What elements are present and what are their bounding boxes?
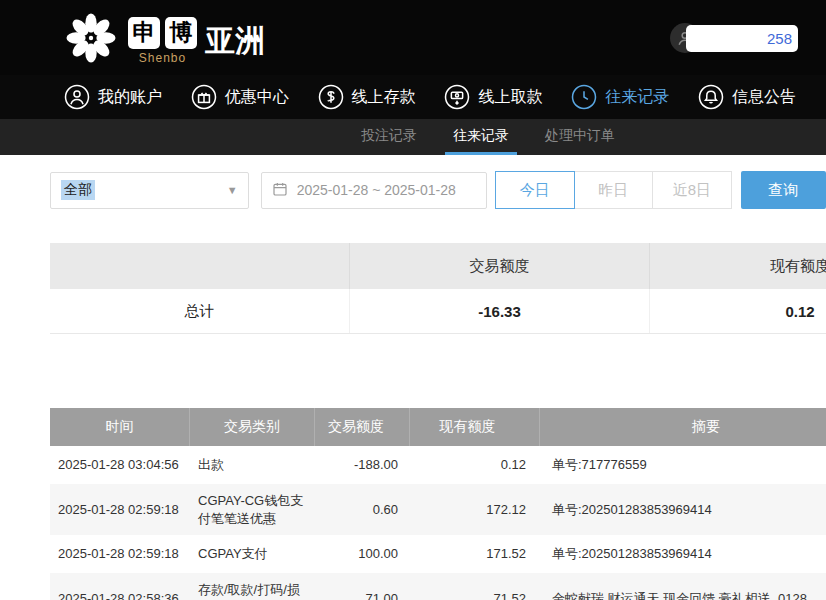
nav-label: 我的账户 [98, 87, 162, 108]
nav-item-my-account[interactable]: 我的账户 [64, 84, 162, 110]
table-row: 2025-01-28 02:59:18 CGPAY支付 100.00 171.5… [50, 535, 826, 573]
nav-item-promotions[interactable]: 优惠中心 [191, 84, 289, 110]
col-header-amount: 交易额度 [315, 408, 410, 446]
nav-label: 往来记录 [605, 87, 669, 108]
cell-type: 存款/取款/打码/损益 [190, 573, 315, 600]
records-icon [571, 84, 597, 110]
cell-amount: -188.00 [315, 446, 410, 484]
cell-balance: 71.52 [410, 573, 540, 600]
search-button[interactable]: 查询 [741, 171, 826, 209]
cell-amount: 71.00 [315, 573, 410, 600]
user-icon [64, 84, 90, 110]
nav-item-transaction-records[interactable]: 往来记录 [571, 84, 669, 110]
main-nav: 我的账户 优惠中心 线上存款 线上取款 往来记录 [0, 75, 826, 119]
summary-total-balance: 0.12 [650, 289, 826, 333]
bell-icon [698, 84, 724, 110]
nav-label: 优惠中心 [225, 87, 289, 108]
tab-transaction-records[interactable]: 往来记录 [445, 119, 517, 155]
flower-logo-icon [62, 9, 120, 67]
table-header-row: 时间 交易类别 交易额度 现有额度 摘要 [50, 408, 826, 446]
brand-char-bo: 博 [165, 17, 197, 49]
cell-summary: 金蛇献瑞 财运通天 现金回馈 豪礼相送_0128 [540, 573, 826, 600]
nav-label: 线上取款 [478, 87, 542, 108]
nav-item-online-deposit[interactable]: 线上存款 [318, 84, 416, 110]
cell-type: CGPAY-CG钱包支付笔笔送优惠 [190, 484, 315, 535]
cell-time: 2025-01-28 02:59:18 [50, 535, 190, 573]
sub-nav: 投注记录 往来记录 处理中订单 [0, 119, 826, 155]
cell-type: CGPAY支付 [190, 535, 315, 573]
summary-total-label: 总计 [50, 289, 350, 333]
cell-time: 2025-01-28 02:59:18 [50, 484, 190, 535]
type-select[interactable]: 全部 ▼ [50, 172, 249, 209]
filter-bar: 全部 ▼ 2025-01-28 ~ 2025-01-28 今日 昨日 近8日 查… [50, 171, 826, 209]
cell-type: 出款 [190, 446, 315, 484]
deposit-icon [318, 84, 344, 110]
tab-betting-records[interactable]: 投注记录 [353, 119, 425, 155]
brand: 申 博 Shenbo 亚洲 [128, 11, 265, 65]
table-row: 2025-01-28 03:04:56 出款 -188.00 0.12 单号:7… [50, 446, 826, 484]
cell-amount: 0.60 [315, 484, 410, 535]
cell-summary: 单号:717776559 [540, 446, 826, 484]
summary-header-empty [50, 243, 350, 289]
col-header-type: 交易类别 [190, 408, 315, 446]
type-select-value: 全部 [61, 180, 95, 200]
cell-summary: 单号:202501283853969414 [540, 484, 826, 535]
user-redaction-box: 258 [686, 25, 798, 52]
top-header: 申 博 Shenbo 亚洲 258 [0, 0, 826, 75]
cell-summary: 单号:202501283853969414 [540, 535, 826, 573]
chevron-down-icon: ▼ [227, 184, 238, 196]
nav-item-online-withdrawal[interactable]: 线上取款 [444, 84, 542, 110]
summary-header-amount: 交易额度 [350, 243, 650, 289]
summary-table: 交易额度 现有额度 总计 -16.33 0.12 [50, 243, 826, 334]
user-account-area[interactable]: 258 [670, 23, 798, 53]
gift-icon [191, 84, 217, 110]
summary-total-amount: -16.33 [350, 289, 650, 333]
date-range-value: 2025-01-28 ~ 2025-01-28 [297, 182, 456, 198]
summary-header-row: 交易额度 现有额度 [50, 243, 826, 289]
nav-label: 信息公告 [732, 87, 796, 108]
table-row: 2025-01-28 02:58:36 存款/取款/打码/损益 71.00 71… [50, 573, 826, 600]
cell-balance: 171.52 [410, 535, 540, 573]
withdraw-icon [444, 84, 470, 110]
quick-filter-today-button[interactable]: 今日 [495, 171, 575, 209]
cell-balance: 0.12 [410, 446, 540, 484]
cell-amount: 100.00 [315, 535, 410, 573]
transactions-table: 时间 交易类别 交易额度 现有额度 摘要 2025-01-28 03:04:56… [50, 408, 826, 600]
brand-char-shen: 申 [128, 17, 160, 49]
summary-total-row: 总计 -16.33 0.12 [50, 289, 826, 334]
cell-time: 2025-01-28 03:04:56 [50, 446, 190, 484]
quick-filter-yesterday-button[interactable]: 昨日 [574, 171, 654, 209]
user-name[interactable]: 258 [767, 30, 792, 47]
cell-time: 2025-01-28 02:58:36 [50, 573, 190, 600]
quick-filter-last8days-button[interactable]: 近8日 [652, 171, 732, 209]
col-header-summary: 摘要 [540, 408, 826, 446]
tab-processing-orders[interactable]: 处理中订单 [537, 119, 623, 155]
nav-label: 线上存款 [352, 87, 416, 108]
table-row: 2025-01-28 02:59:18 CGPAY-CG钱包支付笔笔送优惠 0.… [50, 484, 826, 535]
brand-subtitle: Shenbo [139, 51, 186, 65]
cell-balance: 172.12 [410, 484, 540, 535]
brand-suffix: 亚洲 [205, 21, 265, 62]
col-header-time: 时间 [50, 408, 190, 446]
summary-header-balance: 现有额度 [650, 243, 826, 289]
calendar-icon [272, 181, 288, 200]
date-range-input[interactable]: 2025-01-28 ~ 2025-01-28 [261, 172, 487, 209]
col-header-balance: 现有额度 [410, 408, 540, 446]
nav-item-announcements[interactable]: 信息公告 [698, 84, 796, 110]
